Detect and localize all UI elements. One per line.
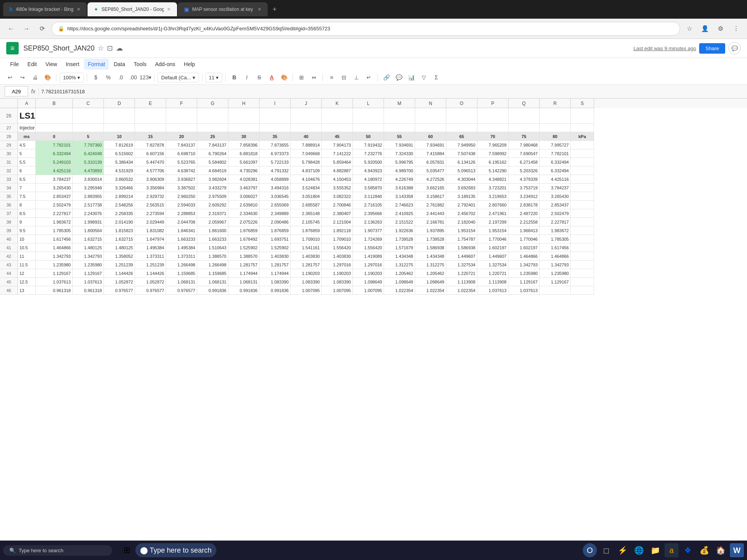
- cell-r39-c10[interactable]: 1.892118: [322, 226, 353, 235]
- tab-close-sheets[interactable]: ✕: [167, 7, 171, 12]
- cell-r32-c8[interactable]: 4.791332: [260, 166, 291, 175]
- cell-r31-c2[interactable]: 5.310139: [73, 158, 104, 166]
- cell-r45-c0[interactable]: 12.5: [18, 278, 36, 286]
- cell-header-c14[interactable]: 65: [446, 132, 477, 141]
- cell-r26-c7[interactable]: [228, 108, 260, 124]
- align-left-button[interactable]: ≡: [326, 72, 337, 83]
- cell-r32-c18[interactable]: [571, 166, 594, 175]
- cell-r45-c6[interactable]: 1.068131: [197, 278, 228, 286]
- cell-r37-c11[interactable]: 2.395666: [353, 209, 384, 218]
- cell-r39-c6[interactable]: 1.861600: [197, 226, 228, 235]
- cell-r45-c1[interactable]: 1.037613: [36, 278, 73, 286]
- cell-r42-c11[interactable]: 1.419089: [353, 252, 384, 261]
- cell-r33-c3[interactable]: 3.860532: [104, 175, 135, 184]
- cell-r40-c8[interactable]: 1.693751: [260, 235, 291, 243]
- cell-r43-c1[interactable]: 1.235980: [36, 261, 73, 269]
- cell-r43-c10[interactable]: 1.297016: [322, 261, 353, 269]
- cell-r41-c12[interactable]: 1.571679: [384, 243, 415, 252]
- cell-r27-c1[interactable]: [36, 124, 73, 132]
- cell-r44-c1[interactable]: 1.129167: [36, 269, 73, 278]
- cell-r32-c7[interactable]: 4.730296: [228, 166, 260, 175]
- cell-r34-c7[interactable]: 3.463797: [228, 184, 260, 192]
- cell-r31-c8[interactable]: 5.722133: [260, 158, 291, 166]
- cell-header-c15[interactable]: 70: [477, 132, 509, 141]
- cell-r31-c1[interactable]: 5.249103: [36, 158, 73, 166]
- cell-r40-c7[interactable]: 1.678492: [228, 235, 260, 243]
- cell-r44-c7[interactable]: 1.174944: [228, 269, 260, 278]
- cell-r35-c16[interactable]: 3.234912: [509, 192, 540, 201]
- cell-r33-c9[interactable]: 4.104676: [291, 175, 322, 184]
- filter-button[interactable]: ▽: [418, 72, 429, 83]
- spreadsheet-title[interactable]: SEP850_Short_JAN20: [23, 44, 95, 52]
- cell-r42-c10[interactable]: 1.403830: [322, 252, 353, 261]
- cell-r43-c15[interactable]: 1.327534: [477, 261, 509, 269]
- cell-r41-c15[interactable]: 1.602197: [477, 243, 509, 252]
- cell-r41-c2[interactable]: 1.480125: [73, 243, 104, 252]
- cell-r36-c14[interactable]: 2.792401: [446, 201, 477, 209]
- cell-r30-c17[interactable]: 7.782101: [540, 149, 571, 158]
- cell-r43-c0[interactable]: 11.5: [18, 261, 36, 269]
- cell-header-c6[interactable]: 25: [197, 132, 228, 141]
- cell-r37-c13[interactable]: 2.441443: [415, 209, 446, 218]
- cell-r37-c2[interactable]: 2.243076: [73, 209, 104, 218]
- cell-r38-c7[interactable]: 2.075226: [228, 218, 260, 226]
- cell-r44-c13[interactable]: 1.205462: [415, 269, 446, 278]
- cell-r32-c12[interactable]: 4.989700: [384, 166, 415, 175]
- cell-r46-c6[interactable]: 0.991836: [197, 286, 228, 295]
- cell-r42-c5[interactable]: 1.373311: [166, 252, 197, 261]
- cell-r33-c12[interactable]: 4.226749: [384, 175, 415, 184]
- font-dropdown[interactable]: Default (Ca... ▾: [158, 73, 199, 82]
- cell-r37-c18[interactable]: [571, 209, 594, 218]
- cell-r30-c15[interactable]: 7.598992: [477, 149, 509, 158]
- cell-r33-c16[interactable]: 4.379339: [509, 175, 540, 184]
- cell-r39-c4[interactable]: 1.831082: [135, 226, 166, 235]
- cell-r34-c12[interactable]: 3.616388: [384, 184, 415, 192]
- cell-r36-c10[interactable]: 2.700846: [322, 201, 353, 209]
- cell-r26-c5[interactable]: [166, 108, 197, 124]
- menu-file[interactable]: File: [6, 59, 23, 70]
- cell-header-c0[interactable]: ms: [18, 132, 36, 141]
- taskbar-search-icon[interactable]: ⬤ Type here to search: [135, 543, 216, 557]
- cell-r30-c11[interactable]: 7.232776: [353, 149, 384, 158]
- cell-r39-c14[interactable]: 1.953154: [446, 226, 477, 235]
- cell-header-c16[interactable]: 75: [509, 132, 540, 141]
- cell-r40-c1[interactable]: 1.617456: [36, 235, 73, 243]
- cell-r40-c14[interactable]: 1.754787: [446, 235, 477, 243]
- cell-r42-c17[interactable]: 1.464866: [540, 252, 571, 261]
- cell-ls1[interactable]: LS1: [18, 108, 36, 124]
- cell-r29-c7[interactable]: 7.858396: [228, 141, 260, 149]
- formula-content[interactable]: 7.78210116731518: [39, 88, 742, 95]
- cell-r29-c9[interactable]: 7.888914: [291, 141, 322, 149]
- cell-r30-c16[interactable]: 7.690547: [509, 149, 540, 158]
- cell-r37-c16[interactable]: 2.487220: [509, 209, 540, 218]
- cell-r45-c15[interactable]: 1.113908: [477, 278, 509, 286]
- cell-r41-c9[interactable]: 1.541161: [291, 243, 322, 252]
- cell-r40-c16[interactable]: 1.770046: [509, 235, 540, 243]
- cell-r36-c2[interactable]: 2.517738: [73, 201, 104, 209]
- cell-r29-c0[interactable]: 4.5: [18, 141, 36, 149]
- spreadsheet-container[interactable]: ABCDEFGHIJKLMNOPQRS26 LS127 Injector Off…: [0, 99, 747, 544]
- col-header-C[interactable]: C: [73, 99, 104, 108]
- cell-r37-c4[interactable]: 2.273594: [135, 209, 166, 218]
- cell-r26-c4[interactable]: [135, 108, 166, 124]
- cell-r34-c17[interactable]: 3.784237: [540, 184, 571, 192]
- cell-r30-c13[interactable]: 7.415884: [415, 149, 446, 158]
- cell-r40-c0[interactable]: 10: [18, 235, 36, 243]
- cell-r36-c6[interactable]: 2.609292: [197, 201, 228, 209]
- cell-r45-c7[interactable]: 1.068131: [228, 278, 260, 286]
- print-button[interactable]: 🖨: [30, 72, 40, 83]
- extensions-button[interactable]: ⚙: [714, 23, 727, 35]
- cell-r31-c10[interactable]: 5.859464: [322, 158, 353, 166]
- cell-r41-c17[interactable]: 1.617456: [540, 243, 571, 252]
- cell-r33-c7[interactable]: 4.028381: [228, 175, 260, 184]
- cell-r26-c8[interactable]: [260, 108, 291, 124]
- cell-r29-c10[interactable]: 7.904173: [322, 141, 353, 149]
- menu-tools[interactable]: Tools: [130, 59, 151, 70]
- cell-r31-c18[interactable]: [571, 158, 594, 166]
- col-header-B[interactable]: B: [36, 99, 73, 108]
- cell-r42-c1[interactable]: 1.342793: [36, 252, 73, 261]
- cell-r37-c15[interactable]: 2.471961: [477, 209, 509, 218]
- col-header-P[interactable]: P: [477, 99, 509, 108]
- cell-r42-c15[interactable]: 1.449607: [477, 252, 509, 261]
- cell-r37-c9[interactable]: 2.365148: [291, 209, 322, 218]
